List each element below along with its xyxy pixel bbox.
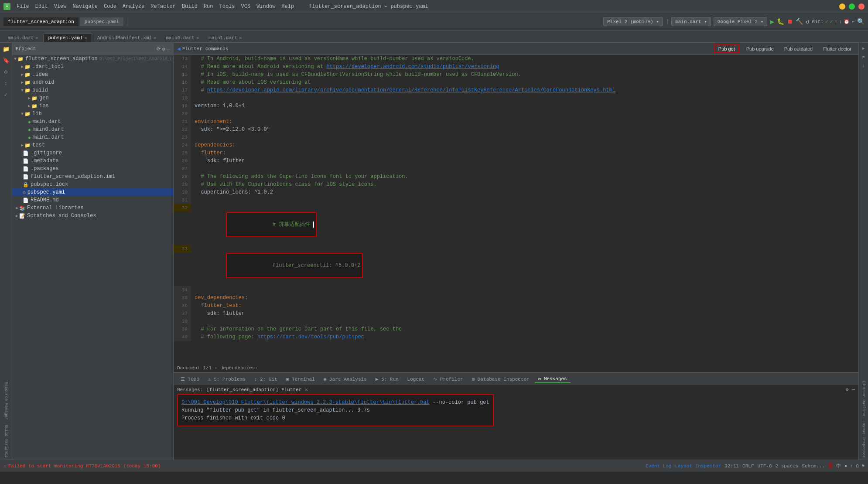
tree-pubspec-yaml[interactable]: ⚙ pubspec.yaml [12, 188, 173, 196]
tab-close[interactable]: ✕ [154, 35, 156, 41]
tree-idea[interactable]: ▶ 📁 .idea [12, 71, 173, 78]
right-icon-1[interactable]: ▶ [860, 44, 868, 52]
tab-git[interactable]: ↕ 2: Git [251, 376, 281, 383]
tree-root[interactable]: ▼ 📁 flutter_screen_adaption D:\002_Proje… [12, 55, 173, 63]
tab-messages[interactable]: ✉ Messages [535, 375, 571, 383]
event-log-link[interactable]: Event Log [646, 464, 671, 469]
tree-gitignore[interactable]: 📄 .gitignore [12, 149, 173, 157]
right-icon-3[interactable]: ↕ [860, 62, 868, 70]
menu-refactor[interactable]: Refactor [148, 3, 178, 10]
tree-metadata[interactable]: 📄 .metadata [12, 157, 173, 165]
close-messages-icon[interactable]: ✕ [305, 387, 308, 392]
tree-iml[interactable]: 📄 flutter_screen_adaption.iml [12, 173, 173, 181]
run-file-selector[interactable]: main.dart ▾ [671, 17, 711, 26]
layout-inspector-link[interactable]: Layout Inspector [675, 464, 721, 469]
tab-profiler[interactable]: ∿ Profiler [430, 375, 466, 383]
tree-ios[interactable]: ▶ 📁 ios [12, 102, 173, 110]
git-icon[interactable]: ↕ [1, 78, 11, 88]
stop-icon[interactable]: ⏹ [787, 18, 793, 25]
menu-run[interactable]: Run [201, 3, 216, 10]
tree-main0-dart[interactable]: ◆ main0.dart [12, 126, 173, 133]
tab-database[interactable]: ⊞ Database Inspector [468, 375, 533, 383]
sidebar-settings-icon[interactable]: ⚙ [162, 46, 165, 52]
project-tab[interactable]: flutter_screen_adaption [3, 17, 79, 26]
debug-icon[interactable]: 🐛 [777, 18, 784, 25]
tree-android[interactable]: ▶ 📁 android [12, 78, 173, 86]
tree-main-dart[interactable]: ◆ main.dart [12, 118, 173, 126]
menu-view[interactable]: View [51, 3, 69, 10]
menu-help[interactable]: Help [279, 3, 297, 10]
menu-tools[interactable]: Tools [217, 3, 238, 10]
menu-vcs[interactable]: VCS [239, 3, 253, 10]
tree-lib[interactable]: ▼ 📁 lib [12, 110, 173, 118]
code-line-16: 16 # Read more about iOS versioning at [174, 78, 858, 86]
tab-close[interactable]: ✕ [196, 35, 199, 41]
tree-packages[interactable]: 📄 .packages [12, 165, 173, 173]
menu-analyze[interactable]: Analyze [120, 3, 147, 10]
menu-code[interactable]: Code [101, 3, 119, 10]
flutter-doctor-button[interactable]: Flutter doctor [820, 45, 855, 52]
pub-get-button[interactable]: Pub get [714, 44, 739, 53]
menu-window[interactable]: Window [254, 3, 278, 10]
todo-icon[interactable]: ✓ [1, 90, 11, 99]
sidebar-sync-icon[interactable]: ⟳ [157, 46, 161, 52]
tab-close[interactable]: ✕ [35, 35, 38, 41]
device-target-selector[interactable]: Google Pixel 2 ▾ [714, 17, 768, 26]
menu-edit[interactable]: Edit [33, 3, 51, 10]
tree-external-libraries[interactable]: ▶ 📚 External Libraries [12, 204, 173, 212]
tree-build[interactable]: ▼ 📁 build [12, 86, 173, 94]
git-history[interactable]: ⏰ [844, 19, 850, 24]
tab-run[interactable]: ▶ 5: Run [372, 375, 402, 383]
tab-close[interactable]: ✕ [85, 35, 87, 41]
tree-gen[interactable]: ▶ 📁 gen [12, 94, 173, 102]
git-revert[interactable]: ↶ [851, 19, 854, 24]
flutter-outline-label[interactable]: Flutter Outline [861, 379, 867, 418]
sidebar-collapse-icon[interactable]: — [167, 46, 170, 52]
tree-readme[interactable]: 📄 README.md [12, 196, 173, 204]
build-icon[interactable]: 🔨 [796, 18, 803, 25]
minimize-button[interactable] [839, 3, 845, 10]
maximize-button[interactable] [849, 3, 855, 10]
device-selector[interactable]: Pixel 2 (mobile) ▾ [603, 17, 663, 26]
git-checkmark2[interactable]: ✓ [830, 19, 833, 24]
tab-pubspec-yaml[interactable]: pubspec.yaml ✕ [43, 33, 92, 42]
project-icon[interactable]: 📁 [1, 44, 11, 54]
structure-icon[interactable]: ⚙ [1, 67, 11, 77]
tab-main-dart[interactable]: main.dart ✕ [3, 34, 42, 42]
tab-main0-dart[interactable]: main0.dart ✕ [161, 34, 203, 42]
tab-main1-dart[interactable]: main1.dart ✕ [204, 34, 246, 42]
tree-scratches[interactable]: ▶ 📝 Scratches and Consoles [12, 212, 173, 220]
tab-logcat[interactable]: Logcat [404, 376, 428, 383]
pub-outdated-button[interactable]: Pub outdated [781, 45, 816, 52]
right-icon-2[interactable]: ⚑ [860, 53, 868, 61]
tree-dart-tool[interactable]: ▶ 📁 .dart_tool [12, 63, 173, 71]
minimize-panel-icon[interactable]: — [852, 387, 855, 392]
git-arrow-up[interactable]: ↑ [834, 19, 837, 24]
menu-navigate[interactable]: Navigate [70, 3, 100, 10]
bookmarks-icon[interactable]: 🔖 [1, 56, 11, 65]
tab-todo[interactable]: ☰ TODO [177, 375, 203, 383]
tree-test[interactable]: ▶ 📁 test [12, 141, 173, 149]
sync-icon[interactable]: ↺ [806, 18, 809, 25]
settings-icon[interactable]: ⚙ [846, 387, 849, 392]
resource-manager-icon[interactable]: Resource Manager [1, 380, 11, 421]
git-arrow-down[interactable]: ↓ [839, 19, 842, 24]
code-editor[interactable]: 13 # In Android, build-name is used as v… [174, 55, 858, 364]
close-button[interactable] [858, 3, 865, 10]
run-icon[interactable]: ▶ [770, 17, 774, 26]
menu-file[interactable]: File [14, 3, 32, 10]
file-tab[interactable]: pubspec.yaml [80, 17, 123, 26]
tree-pubspec-lock[interactable]: 🔒 pubspec.lock [12, 181, 173, 188]
tree-main1-dart[interactable]: ◆ main1.dart [12, 133, 173, 141]
pub-upgrade-button[interactable]: Pub upgrade [743, 45, 777, 52]
tab-close[interactable]: ✕ [239, 35, 242, 41]
tab-androidmanifest[interactable]: AndroidManifest.xml ✕ [93, 34, 161, 42]
tab-terminal[interactable]: ▣ Terminal [283, 375, 318, 383]
layout-inspector-label[interactable]: Layout Inspector [861, 419, 867, 460]
build-variants-icon[interactable]: Build Variants [1, 423, 11, 460]
tab-problems[interactable]: ⚠ 5: Problems [205, 375, 249, 383]
menu-build[interactable]: Build [179, 3, 200, 10]
tab-dart-analysis[interactable]: ◉ Dart Analysis [320, 375, 370, 383]
search-icon[interactable]: 🔍 [857, 18, 865, 25]
git-checkmark1[interactable]: ✓ [825, 19, 828, 24]
